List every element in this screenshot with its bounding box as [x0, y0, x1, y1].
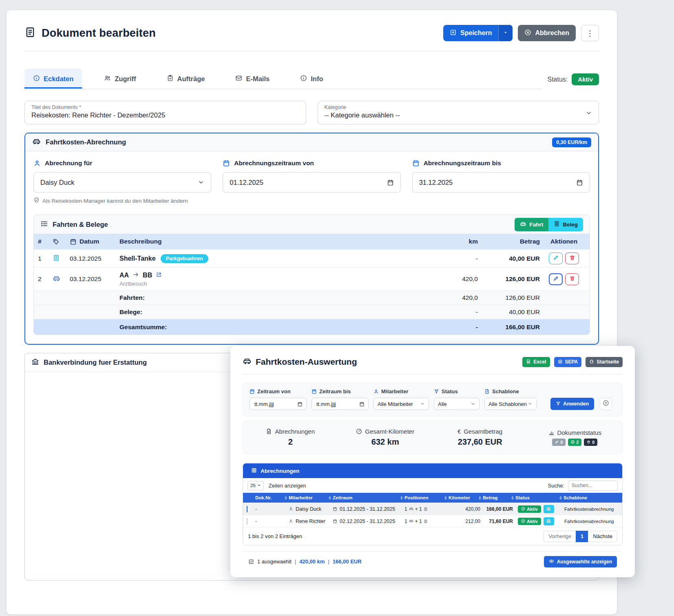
euro-icon: € — [457, 428, 461, 435]
deleted-count-badge: 0 — [584, 439, 597, 446]
bar-chart-icon — [548, 430, 555, 436]
mail-icon — [235, 75, 242, 83]
show-selected-button[interactable]: Ausgewaehlte anzeigen — [544, 556, 617, 567]
tabs-row: Eckdaten Zugriff Aufträge — [24, 69, 599, 89]
employee-select[interactable]: Daisy Duck — [33, 172, 211, 193]
category-select[interactable]: Kategorie -- Kategorie auswählen -- — [318, 101, 599, 124]
totals-row-belege: Belege: - 40,00 EUR — [34, 305, 590, 319]
external-link-icon[interactable] — [156, 272, 162, 279]
filter-mitarbeiter-select[interactable]: Alle Mitarbeiter — [373, 398, 429, 410]
sort-icon — [285, 496, 287, 500]
overlay-divider — [243, 374, 623, 374]
filter-bis-input[interactable] — [312, 398, 369, 410]
zeitraum-von-input[interactable]: 01.12.2025 — [223, 172, 400, 193]
totals-row-gesamtsumme: Gesamtsumme: - 166,00 EUR — [34, 319, 590, 335]
save-dropdown-button[interactable] — [498, 25, 513, 41]
save-button[interactable]: Speichern — [443, 25, 513, 41]
user-icon — [289, 507, 293, 511]
pencil-icon — [553, 255, 559, 262]
save-icon — [450, 29, 457, 38]
info-icon — [33, 75, 40, 83]
table-title: Abrechnungen — [261, 468, 299, 474]
funnel-icon — [556, 401, 561, 407]
calendar-picker-icon[interactable] — [359, 401, 365, 407]
row-checkbox[interactable] — [247, 506, 248, 512]
rows-per-page-select[interactable]: 25 — [248, 481, 264, 490]
startseite-button[interactable]: Startseite — [586, 357, 623, 367]
sort-icon — [329, 496, 331, 500]
table-row[interactable]: - Rene Richter 02.12.2025 - 31.12.2025 1 — [243, 515, 622, 527]
document-fields: Titel des Dokuments * Reisekosten: Rene … — [24, 101, 599, 124]
eye-icon — [549, 558, 554, 565]
pencil-icon — [555, 440, 559, 445]
zeitraum-bis-label: Abrechnungszeitraum bis — [424, 160, 501, 167]
excel-button[interactable]: Excel — [522, 357, 550, 367]
receipt-icon — [554, 221, 560, 228]
cancel-button[interactable]: Abbrechen — [518, 25, 576, 41]
bank-icon — [558, 359, 563, 365]
shield-icon — [33, 197, 40, 204]
calendar-icon — [333, 519, 337, 523]
document-title-field[interactable]: Titel des Dokuments * Reisekosten: Rene … — [24, 101, 306, 124]
tab-eckdaten[interactable]: Eckdaten — [24, 69, 82, 89]
clear-filter-button[interactable] — [600, 398, 612, 410]
page-title: Dokument bearbeiten — [42, 27, 156, 40]
tab-info[interactable]: Info — [292, 69, 331, 89]
calendar-picker-icon[interactable] — [297, 401, 303, 407]
delete-button[interactable] — [565, 273, 579, 285]
rows-per-page-label: Zeilen anzeigen — [269, 483, 306, 489]
manager-hint: Als Reisekosten-Manager kannst du den Mi… — [42, 198, 188, 204]
document-icon — [24, 27, 36, 40]
tab-zugriff[interactable]: Zugriff — [95, 69, 144, 89]
edit-button[interactable] — [549, 273, 563, 285]
row-checkbox[interactable] — [247, 518, 248, 525]
row-bank-button[interactable] — [544, 517, 554, 525]
funnel-icon — [434, 389, 439, 394]
selection-footer: 1 ausgewaehlt | 420,00 km | 166,00 EUR A… — [243, 551, 623, 572]
status-label: Status: — [548, 76, 568, 83]
trash-icon — [569, 255, 575, 262]
fahrten-belege-title: Fahrten & Belege — [53, 221, 108, 228]
list-icon — [40, 220, 48, 229]
calendar-picker-icon[interactable] — [387, 179, 394, 186]
zeitraum-bis-input[interactable]: 31.12.2025 — [412, 172, 590, 193]
filter-von-field[interactable] — [254, 401, 297, 408]
filter-bis-field[interactable] — [316, 401, 359, 408]
cancel-icon — [524, 29, 531, 38]
stat-kilometer: Gesamt-Kilometer 632 km — [338, 428, 433, 447]
search-input[interactable] — [568, 481, 618, 491]
add-beleg-button[interactable]: Beleg — [548, 218, 583, 231]
table-row: 2 03.12.2025 AA BB — [34, 267, 590, 290]
sepa-button[interactable]: SEPA — [554, 357, 582, 367]
fahrtkosten-section: Fahrtkosten-Abrechnung 0,30 EUR/km Abrec… — [24, 133, 599, 345]
tab-emails[interactable]: E-Mails — [227, 69, 278, 89]
row-status-badge: Aktiv — [518, 518, 541, 525]
calendar-picker-icon[interactable] — [576, 179, 583, 186]
filter-status-select[interactable]: Alle — [434, 398, 480, 410]
fahrten-belege-card: Fahrten & Belege Fahrt — [33, 215, 590, 335]
apply-filter-button[interactable]: Anwenden — [550, 398, 594, 410]
check-circle-icon — [521, 519, 525, 524]
row-bank-button[interactable] — [544, 505, 554, 513]
pagination-next[interactable]: Nächste — [588, 531, 617, 542]
tag-badge: Parkgebuehren — [161, 254, 208, 263]
delete-button[interactable] — [565, 253, 579, 264]
add-fahrt-button[interactable]: Fahrt — [515, 218, 548, 231]
calendar-icon — [250, 389, 255, 394]
filter-von-input[interactable] — [250, 398, 307, 410]
pagination-prev[interactable]: Vorherige — [544, 531, 576, 542]
car-icon — [243, 357, 252, 367]
calendar-icon — [312, 389, 317, 394]
employee-select-value: Daisy Duck — [40, 179, 74, 186]
pagination-page-1[interactable]: 1 — [576, 531, 588, 542]
zeitraum-bis-value: 31.12.2025 — [419, 179, 453, 186]
table-row[interactable]: - Daisy Duck 01.12.2025 - 31.12.2025 1 — [243, 503, 622, 515]
tab-auftraege[interactable]: Aufträge — [158, 69, 214, 89]
user-icon — [289, 519, 293, 523]
abrechnungen-table-header: Dok.Nr. Mitarbeiter Zeitraum Positionen … — [243, 493, 622, 503]
bank-icon — [546, 506, 551, 512]
edit-button[interactable] — [549, 253, 563, 264]
gauge-icon — [356, 428, 362, 434]
filter-schablone-select[interactable]: Alle Schablonen — [484, 398, 537, 410]
more-options-button[interactable]: ⋮ — [581, 25, 599, 41]
